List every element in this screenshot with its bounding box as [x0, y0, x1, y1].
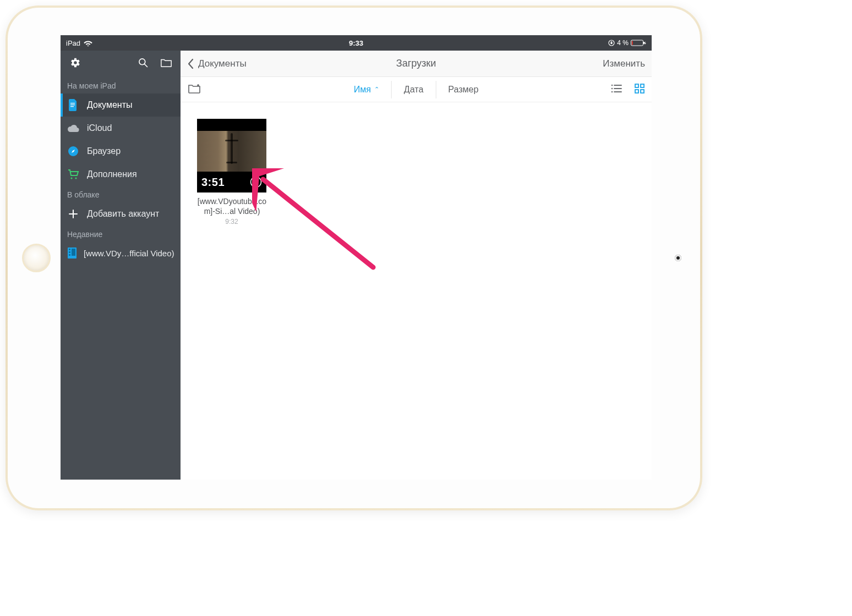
svg-point-23 [611, 91, 613, 92]
battery-percent: 4 % [617, 39, 629, 47]
video-file-icon [66, 247, 78, 259]
svg-rect-24 [635, 84, 638, 87]
grid-view-button[interactable] [632, 82, 647, 97]
svg-line-6 [145, 64, 148, 67]
sort-name-label: Имя [354, 85, 371, 95]
file-time: 9:32 [197, 218, 266, 226]
back-button[interactable]: Документы [187, 58, 247, 69]
svg-rect-2 [631, 40, 643, 46]
sort-by-size[interactable]: Размер [435, 81, 490, 98]
svg-rect-4 [632, 41, 633, 45]
plus-icon [67, 208, 79, 220]
screen: iPad 9:33 4 % [61, 35, 652, 480]
main-header: Документы Загрузки Изменить [181, 51, 652, 77]
annotation-arrow [252, 168, 384, 278]
sidebar-item-add-account[interactable]: Добавить аккаунт [61, 202, 181, 226]
svg-rect-9 [70, 106, 74, 107]
svg-line-29 [263, 179, 373, 267]
front-camera [675, 255, 681, 261]
folder-button[interactable] [157, 55, 175, 73]
play-icon [250, 176, 262, 188]
sort-by-date[interactable]: Дата [391, 81, 435, 98]
ipad-bezel: iPad 9:33 4 % [8, 8, 700, 508]
sort-by-name[interactable]: Имя ⌃ [342, 81, 391, 98]
wifi-icon [84, 40, 92, 46]
sidebar-item-icloud[interactable]: iCloud [61, 117, 181, 140]
new-folder-button[interactable] [185, 80, 204, 99]
svg-rect-16 [69, 254, 70, 256]
sidebar-section-on-device: На моем iPad [61, 77, 181, 94]
file-name: [www.VDyoutube.com]-Si…al Video) [195, 197, 269, 216]
sidebar-item-browser[interactable]: Браузер [61, 140, 181, 163]
status-bar: iPad 9:33 4 % [61, 35, 652, 51]
video-thumbnail: 3:51 [197, 119, 266, 193]
orientation-lock-icon [608, 40, 615, 46]
home-button[interactable] [22, 244, 51, 272]
svg-rect-26 [635, 90, 638, 93]
sidebar-item-documents[interactable]: Документы [61, 94, 181, 117]
search-icon [138, 57, 149, 70]
grid-icon [635, 84, 645, 96]
sidebar: На моем iPad Документы iCloud [61, 51, 181, 480]
sort-size-label: Размер [448, 85, 478, 95]
file-grid: 3:51 [www.VDyoutube.com]-Si…al Video) 9:… [181, 102, 652, 480]
sidebar-item-label: iCloud [87, 123, 112, 133]
sidebar-item-label: Документы [87, 100, 132, 110]
svg-point-22 [611, 87, 613, 89]
battery-icon [631, 40, 646, 46]
video-duration: 3:51 [201, 176, 225, 189]
svg-rect-7 [70, 103, 75, 103]
sidebar-item-label: Добавить аккаунт [87, 209, 159, 219]
search-button[interactable] [134, 55, 152, 73]
sort-caret-icon: ⌃ [374, 86, 379, 93]
svg-rect-14 [69, 249, 70, 250]
svg-rect-25 [641, 84, 644, 87]
sidebar-recent-label: [www.VDy…fficial Video) [84, 249, 174, 258]
folder-icon [160, 57, 172, 70]
svg-point-11 [70, 177, 72, 179]
device-label: iPad [66, 39, 80, 47]
cart-icon [67, 168, 79, 180]
sidebar-section-cloud: В облаке [61, 186, 181, 202]
sort-date-label: Дата [404, 85, 423, 95]
sidebar-item-label: Браузер [87, 146, 121, 156]
svg-rect-15 [69, 251, 70, 253]
main-panel: Документы Загрузки Изменить [181, 51, 652, 480]
sidebar-item-label: Дополнения [87, 169, 137, 179]
svg-rect-17 [72, 249, 75, 256]
new-folder-icon [188, 83, 201, 96]
document-icon [67, 99, 79, 111]
list-icon [611, 84, 622, 95]
sidebar-section-recent: Недавние [61, 226, 181, 242]
svg-rect-8 [70, 105, 75, 105]
svg-rect-1 [611, 42, 613, 45]
sort-bar: Имя ⌃ Дата Размер [181, 77, 652, 102]
cloud-icon [67, 122, 79, 134]
file-tile[interactable]: 3:51 [www.VDyoutube.com]-Si…al Video) 9:… [197, 119, 266, 226]
back-label: Документы [198, 58, 247, 69]
gear-icon [69, 57, 81, 71]
list-view-button[interactable] [609, 82, 624, 97]
ipad-frame: iPad 9:33 4 % [6, 6, 702, 510]
svg-rect-27 [641, 90, 644, 93]
compass-icon [67, 145, 79, 157]
sidebar-item-addons[interactable]: Дополнения [61, 163, 181, 186]
page-title: Загрузки [396, 58, 436, 69]
sidebar-recent-file[interactable]: [www.VDy…fficial Video) [61, 242, 181, 264]
status-time: 9:33 [349, 39, 363, 47]
svg-point-12 [75, 177, 77, 179]
settings-button[interactable] [66, 55, 84, 73]
svg-point-21 [611, 84, 613, 86]
svg-rect-3 [643, 42, 645, 44]
chevron-left-icon [187, 58, 194, 69]
edit-button[interactable]: Изменить [603, 58, 645, 69]
